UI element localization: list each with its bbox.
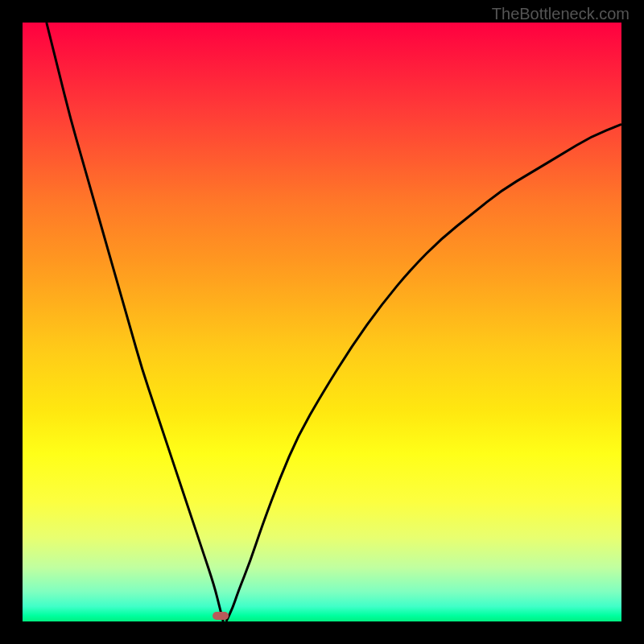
- watermark-text: TheBottleneck.com: [492, 5, 630, 23]
- curve-svg: [23, 23, 621, 621]
- minimum-marker: [213, 612, 229, 620]
- curve-right-branch: [226, 124, 621, 621]
- plot-area: [23, 23, 621, 621]
- curve-left-branch: [47, 23, 223, 621]
